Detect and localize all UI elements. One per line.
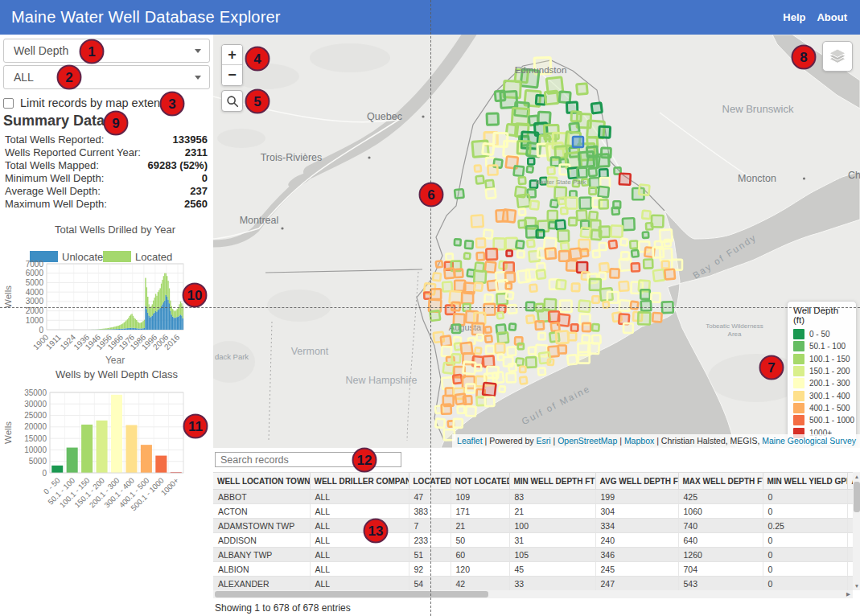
zoom-out-button[interactable]: − [222,65,242,85]
map-grid-cell[interactable] [474,271,486,283]
map-grid-cell[interactable] [599,227,610,237]
map-grid-cell[interactable] [599,243,607,250]
map-grid-cell[interactable] [442,347,452,357]
map-grid-cell[interactable] [497,312,504,318]
map-grid-cell[interactable] [599,169,608,178]
map-grid-cell[interactable] [662,261,669,269]
map-grid-cell[interactable] [665,269,675,280]
map-grid-cell[interactable] [610,269,619,277]
map-grid-cell[interactable] [526,357,537,368]
map-grid-cell[interactable] [548,359,554,365]
map-grid-cell[interactable] [455,189,464,199]
map-grid-cell[interactable] [483,356,495,368]
map-grid-cell[interactable] [577,210,587,220]
map-grid-cell[interactable] [578,301,590,313]
map-grid-cell[interactable] [662,302,673,313]
map-grid-cell[interactable] [475,175,483,183]
map-grid-cell[interactable] [560,300,572,312]
map-grid-cell[interactable] [579,197,590,208]
map-grid-cell[interactable] [558,231,569,242]
map-grid-cell[interactable] [486,248,497,260]
map-grid-cell[interactable] [609,240,617,248]
map-grid-cell[interactable] [567,355,577,364]
map-grid-cell[interactable] [435,418,445,428]
column-header-not-located[interactable]: NOT LOCATED⇅ [451,473,509,490]
map-grid-cell[interactable] [571,324,578,331]
map-grid-cell[interactable] [572,283,580,291]
map-grid-cell[interactable] [566,261,577,271]
map-grid-cell[interactable] [512,108,529,125]
map-grid-cell[interactable] [536,321,545,330]
map-grid-cell[interactable] [612,207,619,215]
map-grid-cell[interactable] [483,383,496,396]
map-grid-cell[interactable] [520,376,527,384]
map-grid-cell[interactable] [508,347,516,355]
map-grid-cell[interactable] [503,209,516,222]
map-grid-cell[interactable] [652,313,662,322]
map-grid-cell[interactable] [578,352,590,363]
map-grid-cell[interactable] [526,269,537,280]
map-grid-cell[interactable] [538,368,545,375]
map-grid-cell[interactable] [592,296,599,303]
map-grid-cell[interactable] [591,103,602,113]
map-grid-cell[interactable] [444,269,455,279]
map-grid-cell[interactable] [631,302,639,310]
search-input[interactable] [215,452,401,467]
attribution-link[interactable]: Leaflet [457,436,483,446]
vertical-scrollbar[interactable]: ▲ ▼ [853,472,860,590]
map-grid-cell[interactable] [556,280,566,290]
map-grid-cell[interactable] [443,363,455,374]
column-header-min-well-yield-gpm[interactable]: MIN WELL YIELD GPM⇅ [763,473,847,490]
map-grid-cell[interactable] [506,283,512,289]
vertical-scrollbar-thumb[interactable] [854,482,860,512]
map-grid-cell[interactable] [556,220,566,230]
scroll-up-arrow-icon[interactable]: ▲ [853,472,860,481]
map-grid-cell[interactable] [451,302,460,311]
map-grid-cell[interactable] [476,238,485,247]
map-grid-cell[interactable] [475,165,481,171]
map-grid-cell[interactable] [488,166,497,175]
map-grid-cell[interactable] [508,363,516,372]
map-grid-cell[interactable] [561,207,567,214]
map-grid-cell[interactable] [475,347,481,354]
map-grid-cell[interactable] [528,158,534,165]
table-row[interactable]: ADDISONALL23350312406400 [213,533,853,548]
map-grid-cell[interactable] [486,346,494,354]
table-row[interactable]: ALEXANDERALL5442332475430 [213,577,853,591]
table-row[interactable]: ABBOTALL47109831994250 [213,490,853,504]
attribution-link[interactable]: Mapbox [624,436,654,446]
map-grid-cell[interactable] [471,215,483,227]
map-grid-cell[interactable] [530,200,539,209]
map-grid-cell[interactable] [485,261,496,273]
map-grid-cell[interactable] [466,406,476,417]
map-grid-cell[interactable] [452,325,460,333]
map-grid-cell[interactable] [472,323,483,335]
help-link[interactable]: Help [783,11,805,23]
map-grid-cell[interactable] [484,294,492,302]
map-grid-cell[interactable] [598,187,608,197]
horizontal-scrollbar-thumb[interactable] [215,591,488,598]
map-grid-cell[interactable] [545,91,558,105]
map-grid-cell[interactable] [596,154,609,167]
attribution-link[interactable]: OpenStreetMap [558,436,617,446]
map-grid-cell[interactable] [561,242,569,250]
map-grid-cell[interactable] [463,304,471,311]
map-grid-cell[interactable] [451,354,460,363]
column-header-located[interactable]: LOCATED⇅ [409,473,451,490]
map-grid-cell[interactable] [504,262,514,273]
map-grid-cell[interactable] [639,184,649,195]
map-grid-cell[interactable] [509,323,516,330]
map-grid-cell[interactable] [644,259,652,268]
map-grid-cell[interactable] [620,238,628,245]
map-grid-cell[interactable] [577,84,588,95]
map-grid-cell[interactable] [465,240,473,248]
map-grid-cell[interactable] [551,322,560,331]
map-grid-cell[interactable] [506,292,513,299]
map-canvas[interactable]: AugustaRéserve fauniquedes LaurentidesEd… [213,35,860,448]
map-grid-cell[interactable] [599,263,609,273]
map-grid-cell[interactable] [507,250,512,256]
map-grid-cell[interactable] [455,239,461,245]
map-grid-cell[interactable] [660,248,672,261]
map-grid-cell[interactable] [527,240,534,247]
map-grid-cell[interactable] [632,263,640,271]
